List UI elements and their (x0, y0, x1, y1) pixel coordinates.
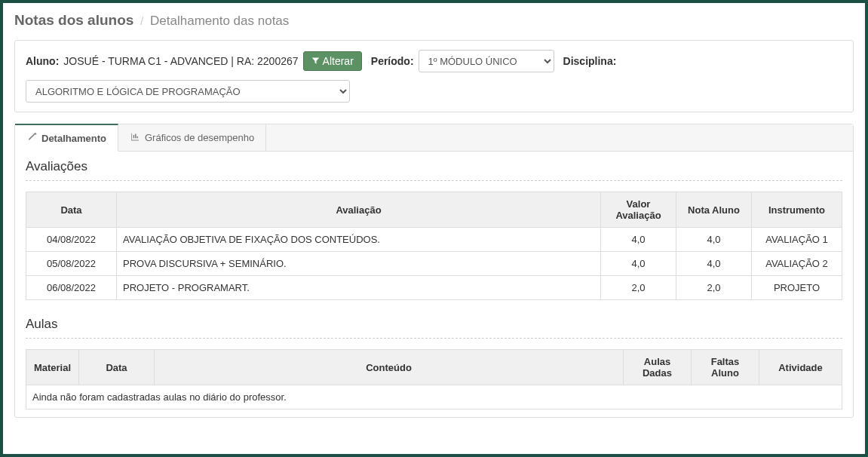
cell-nota: 4,0 (676, 228, 752, 252)
page-title: Notas dos alunos (14, 12, 133, 28)
aluno-value: JOSUÉ - TURMA C1 - ADVANCED | RA: 220026… (63, 55, 298, 67)
cell-avaliacao: AVALIAÇÃO OBJETIVA DE FIXAÇÃO DOS CONTEÚ… (117, 228, 601, 252)
sep (26, 180, 842, 181)
aluno-label: Aluno: (26, 55, 59, 67)
breadcrumb-separator: / (136, 15, 147, 27)
tab-graficos-label: Gráficos de desempenho (145, 132, 254, 143)
filter-panel: Aluno: JOSUÉ - TURMA C1 - ADVANCED | RA:… (14, 40, 854, 112)
tab-graficos[interactable]: Gráficos de desempenho (118, 124, 266, 151)
cell-valor: 4,0 (601, 228, 676, 252)
aulas-empty-message: Ainda não foram cadastradas aulas no diá… (26, 385, 842, 409)
cell-nota: 2,0 (676, 276, 752, 300)
periodo-label: Período: (371, 55, 414, 67)
col-material: Material (26, 350, 79, 385)
avaliacoes-table: Data Avaliação Valor Avaliação Nota Alun… (26, 192, 842, 300)
chart-icon (130, 132, 140, 144)
col-instrumento: Instrumento (752, 192, 842, 228)
periodo-select[interactable]: 1º MÓDULO ÚNICO (419, 50, 554, 72)
cell-avaliacao: PROJETO - PROGRAMART. (117, 276, 601, 300)
cell-valor: 2,0 (601, 276, 676, 300)
col-faltas: Faltas Aluno (692, 350, 759, 385)
page-subtitle: Detalhamento das notas (150, 14, 289, 28)
disciplina-label: Disciplina: (563, 55, 617, 67)
table-row: 04/08/2022AVALIAÇÃO OBJETIVA DE FIXAÇÃO … (26, 228, 842, 252)
aulas-title: Aulas (26, 317, 842, 332)
cell-data: 06/08/2022 (26, 276, 117, 300)
breadcrumb: Notas dos alunos / Detalhamento das nota… (14, 12, 854, 29)
col-data: Data (26, 192, 117, 228)
cell-data: 05/08/2022 (26, 252, 117, 276)
alterar-button[interactable]: Alterar (303, 51, 362, 71)
col-atividade: Atividade (759, 350, 842, 385)
disciplina-select[interactable]: ALGORITMO E LÓGICA DE PROGRAMAÇÃO (26, 80, 350, 103)
tab-detalhamento-label: Detalhamento (41, 133, 106, 144)
col-data: Data (79, 350, 155, 385)
table-row: 05/08/2022PROVA DISCURSIVA + SEMINÁRIO.4… (26, 252, 842, 276)
aulas-table: Material Data Conteúdo Aulas Dadas Falta… (26, 349, 842, 385)
tab-content: Avaliações Data Avaliação Valor Avaliaçã… (15, 152, 853, 417)
col-conteudo: Conteúdo (155, 350, 624, 385)
filter-icon (311, 55, 320, 67)
alterar-label: Alterar (323, 55, 354, 67)
tab-nav: Detalhamento Gráficos de desempenho (15, 124, 853, 152)
col-aulas-dadas: Aulas Dadas (624, 350, 692, 385)
avaliacoes-title: Avaliações (26, 159, 842, 174)
cell-instrumento: AVALIAÇÃO 2 (752, 252, 842, 276)
aulas-section: Aulas Material Data Conteúdo Aulas Dadas… (26, 317, 842, 409)
cell-data: 04/08/2022 (26, 228, 117, 252)
table-header-row: Data Avaliação Valor Avaliação Nota Alun… (26, 192, 842, 228)
table-row: 06/08/2022PROJETO - PROGRAMART.2,02,0PRO… (26, 276, 842, 300)
cell-instrumento: AVALIAÇÃO 1 (752, 228, 842, 252)
cell-avaliacao: PROVA DISCURSIVA + SEMINÁRIO. (117, 252, 601, 276)
sep (26, 338, 842, 339)
col-valor: Valor Avaliação (601, 192, 676, 228)
edit-icon (26, 132, 37, 144)
col-nota: Nota Aluno (676, 192, 752, 228)
col-avaliacao: Avaliação (117, 192, 601, 228)
cell-valor: 4,0 (601, 252, 676, 276)
cell-nota: 4,0 (676, 252, 752, 276)
table-header-row: Material Data Conteúdo Aulas Dadas Falta… (26, 350, 842, 385)
cell-instrumento: PROJETO (752, 276, 842, 300)
tabs-container: Detalhamento Gráficos de desempenho Aval… (14, 124, 854, 418)
tab-detalhamento[interactable]: Detalhamento (15, 124, 118, 152)
